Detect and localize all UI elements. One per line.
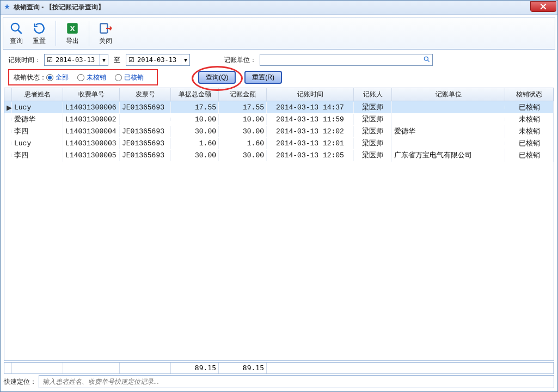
cell-person: 梁医师 [354,149,392,162]
checkbox-icon[interactable]: ☑ [126,56,136,64]
row-indicator: ▶ [4,102,12,113]
table-row[interactable]: ▶LucyL14031300006JE0136569317.5517.55201… [4,101,554,113]
checkbox-icon[interactable]: ☑ [45,56,54,64]
toolbar-reset-label: 重置 [33,36,46,46]
window-title: 核销查询 - 【按记账记录查询】 [14,3,105,12]
cell-status: 已核销 [505,137,554,150]
svg-point-5 [424,57,428,60]
search-icon [9,21,23,35]
table-body[interactable]: ▶LucyL14031300006JE0136569317.5517.55201… [4,101,554,360]
date-from-picker[interactable]: ☑ 2014-03-13 ▾ [44,54,108,66]
cell-bill: L14031300003 [63,138,120,149]
table-row[interactable]: 李四L14031300005JE0136569330.0030.002014-0… [4,149,554,161]
date-to-picker[interactable]: ☑ 2014-03-13 ▾ [126,54,190,66]
main-toolbar: 查询 重置 X 导出 关闭 [3,17,555,50]
cell-unit [392,142,505,145]
cell-total: 30.00 [171,126,219,137]
status-highlight-box: 核销状态： 全部 未核销 已核销 [8,69,158,85]
cell-name: Lucy [12,102,63,113]
table-header: 患者姓名 收费单号 发票号 单据总金额 记账金额 记账时间 记账人 记账单位 核… [4,88,554,101]
header-total[interactable]: 单据总金额 [171,88,219,101]
header-book[interactable]: 记账金额 [219,88,267,101]
query-emphasis: 查询(Q) [198,71,241,84]
unit-input[interactable] [260,54,433,66]
dropdown-icon[interactable]: ▾ [181,54,189,65]
table-row[interactable]: 李四L14031300004JE0136569330.0030.002014-0… [4,125,554,137]
header-status[interactable]: 核销状态 [505,88,554,101]
table-summary: 89.15 89.15 [4,362,554,374]
unit-label: 记账单位： [224,56,256,65]
cell-person: 梁医师 [354,137,392,150]
toolbar-separator [56,21,56,46]
radio-all[interactable]: 全部 [46,73,69,82]
dropdown-icon[interactable]: ▾ [99,54,108,65]
cell-total: 10.00 [171,114,219,125]
cell-invoice: JE01365693 [120,150,171,161]
header-person[interactable]: 记账人 [354,88,392,101]
cell-invoice: JE01365693 [120,102,171,113]
query-button[interactable]: 查询(Q) [198,71,236,84]
toolbar-query-button[interactable]: 查询 [7,20,26,47]
header-name[interactable]: 患者姓名 [12,88,63,101]
cell-person: 梁医师 [354,125,392,138]
radio-verified[interactable]: 已核销 [115,73,144,82]
sum-total: 89.15 [171,363,219,373]
status-label: 核销状态： [14,73,46,82]
cell-status: 未核销 [505,125,554,138]
filter-row-2: 核销状态： 全部 未核销 已核销 查询(Q) 重置(R) [8,69,552,85]
cell-book: 10.00 [219,114,267,125]
radio-unverified[interactable]: 未核销 [77,73,106,82]
toolbar-reset-button[interactable]: 重置 [29,20,49,47]
header-invoice[interactable]: 发票号 [120,88,171,101]
radio-verified-label: 已核销 [124,73,144,82]
row-indicator [4,154,12,157]
cell-unit [392,118,505,121]
excel-icon: X [65,21,79,35]
header-bill[interactable]: 收费单号 [63,88,120,101]
cell-invoice: JE01365693 [120,138,171,149]
titlebar: 核销查询 - 【按记账记录查询】 [1,1,557,15]
svg-text:X: X [70,24,75,33]
header-unit[interactable]: 记账单位 [392,88,505,101]
date-to-value: 2014-03-13 [136,56,181,64]
cell-time: 2014-03-13 12:05 [267,150,354,161]
header-time[interactable]: 记账时间 [267,88,354,101]
table-row[interactable]: LucyL14031300003JE013656931.601.602014-0… [4,137,554,149]
unit-input-wrap [260,54,433,66]
cell-total: 17.55 [171,102,219,113]
cell-bill: L14031300004 [63,126,120,137]
exit-icon [99,21,113,35]
radio-unverified-label: 未核销 [87,73,106,82]
toolbar-close-button[interactable]: 关闭 [96,20,115,47]
toolbar-export-button[interactable]: X 导出 [63,20,82,47]
cell-person: 梁医师 [354,113,392,126]
reset-button[interactable]: 重置(R) [244,71,282,84]
window-close-button[interactable] [530,1,556,12]
toolbar-export-label: 导出 [66,36,79,46]
cell-unit: 广东省万宝电气有限公司 [392,149,505,162]
cell-time: 2014-03-13 12:01 [267,138,354,149]
cell-unit: 爱德华 [392,125,505,138]
cell-unit [392,106,505,109]
cell-bill: L14031300005 [63,150,120,161]
cell-bill: L14031300006 [63,102,120,113]
cell-time: 2014-03-13 12:02 [267,126,354,137]
toolbar-query-label: 查询 [10,36,23,46]
toolbar-separator [89,21,89,46]
toolbar-close-label: 关闭 [99,36,112,46]
quick-input-wrap [39,375,554,388]
window-root: 核销查询 - 【按记账记录查询】 查询 重置 X 导出 关闭 [0,0,558,392]
app-icon [3,3,11,12]
cell-status: 已核销 [505,149,554,162]
toolbar-group-left: 查询 重置 [7,20,49,47]
table-row[interactable]: 爱德华L1403130000210.0010.002014-03-13 11:5… [4,113,554,125]
time-label: 记账时间： [8,56,41,65]
cell-book: 30.00 [219,126,267,137]
cell-time: 2014-03-13 14:37 [267,102,354,113]
cell-invoice: JE01365693 [120,126,171,137]
quick-locate-input[interactable] [39,378,554,385]
search-icon[interactable] [423,56,431,63]
cell-name: 爱德华 [12,113,63,126]
cell-name: 李四 [12,125,63,138]
quick-label: 快速定位： [4,377,36,387]
